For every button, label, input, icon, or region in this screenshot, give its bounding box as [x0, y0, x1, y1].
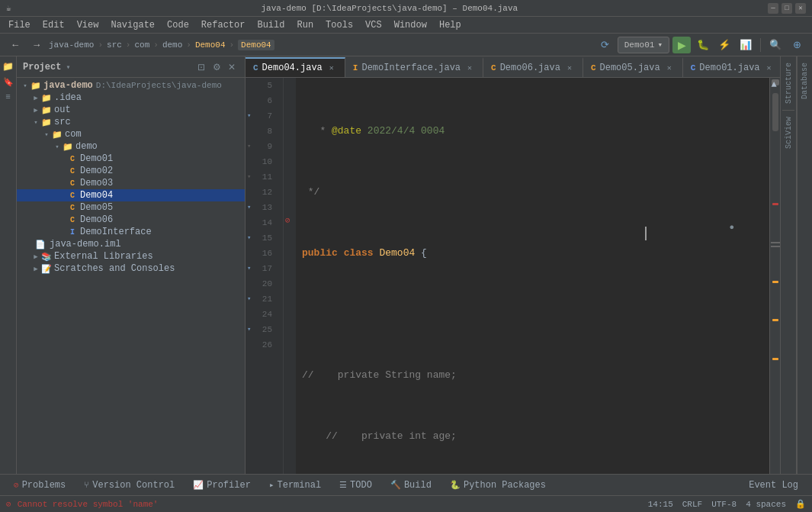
tree-item-demo02[interactable]: C Demo02 [17, 165, 245, 177]
build-tab[interactable]: 🔨 Build [383, 478, 439, 493]
scratch-label: Scratches and Consoles [54, 263, 175, 274]
menu-navigate[interactable]: Navigate [105, 18, 160, 32]
vc-icon: ⑂ [84, 481, 89, 490]
maximize-button[interactable]: □ [782, 3, 792, 14]
fold-25[interactable]: ▾ [247, 322, 251, 337]
fold-15[interactable]: ▾ [247, 230, 251, 246]
profiler-tab[interactable]: 📈 Profiler [185, 478, 258, 493]
menu-window[interactable]: Window [389, 18, 432, 32]
tree-item-idea[interactable]: ▶ 📁 .idea [17, 92, 245, 104]
run-config-selector[interactable]: Demo01 ▾ [618, 37, 669, 53]
demo06-icon: C [70, 216, 75, 224]
sync-button[interactable]: ⟳ [596, 37, 615, 53]
tree-item-demo04[interactable]: C Demo04 [17, 189, 245, 201]
bc-demo04-pkg[interactable]: Demo04 [195, 40, 226, 50]
structure-panel-label[interactable]: Structure [782, 56, 796, 110]
tab-demo04-close[interactable]: ✕ [326, 63, 337, 73]
tree-item-demointerface[interactable]: I DemoInterface [17, 226, 245, 238]
toolbar-back-button[interactable]: ← [6, 37, 24, 53]
tree-item-root[interactable]: ▾ 📁 java-demo D:\IdeaProjects\java-demo [17, 79, 245, 92]
project-icon[interactable]: 📁 [2, 60, 15, 73]
tree-item-com[interactable]: ▾ 📁 com [17, 128, 245, 140]
fold-7[interactable]: ▾ [247, 108, 251, 124]
profile-button[interactable]: 📊 [737, 37, 755, 53]
tab-demo06-close[interactable]: ✕ [564, 63, 575, 73]
panel-close-btn[interactable]: ✕ [225, 60, 239, 74]
bc-com[interactable]: com [134, 40, 149, 50]
scroll-up-arrow[interactable]: ▲ [772, 79, 779, 85]
iml-label: java-demo.iml [50, 239, 121, 250]
status-line-col[interactable]: 14:15 [648, 500, 673, 509]
tree-item-scratches[interactable]: ▶ 📝 Scratches and Consoles [17, 262, 245, 275]
minimize-button[interactable]: ─ [768, 3, 778, 14]
bookmarks-icon[interactable]: 🔖 [2, 75, 15, 89]
run-button[interactable]: ▶ [672, 37, 691, 53]
fold-11[interactable]: ▾ [247, 169, 251, 185]
tree-item-demo06[interactable]: C Demo06 [17, 214, 245, 226]
todo-tab[interactable]: ☰ TODO [332, 478, 380, 493]
tab-demo05[interactable]: C Demo05.java ✕ [583, 57, 683, 77]
tree-item-ext-libs[interactable]: ▶ 📚 External Libraries [17, 250, 245, 262]
tab-demo01[interactable]: C Demo01.java ✕ [683, 57, 780, 77]
bc-demo[interactable]: demo [162, 40, 182, 50]
toolbar-forward-button[interactable]: → [27, 37, 46, 53]
tab-demo04[interactable]: C Demo04.java ✕ [246, 57, 345, 77]
menu-view[interactable]: View [72, 18, 104, 32]
tab-demo01-close[interactable]: ✕ [764, 63, 775, 73]
database-panel-label[interactable]: Database [798, 56, 812, 105]
tree-item-src[interactable]: ▾ 📁 src [17, 116, 245, 128]
settings-button[interactable]: ⊕ [788, 37, 806, 53]
event-log-tab[interactable]: Event Log [741, 478, 806, 493]
bc-src[interactable]: src [107, 40, 122, 50]
terminal-tab[interactable]: ▸ Terminal [262, 478, 329, 493]
profiler-label: Profiler [207, 480, 251, 491]
title-bar: ☕ java-demo [D:\IdeaProjects\java-demo] … [0, 0, 812, 17]
menu-file[interactable]: File [3, 18, 36, 32]
fold-17[interactable]: ▾ [247, 261, 251, 276]
tab-demo06[interactable]: C Demo06.java ✕ [483, 57, 583, 77]
tree-item-iml[interactable]: 📄 java-demo.iml [17, 238, 245, 250]
menu-refactor[interactable]: Refactor [196, 18, 251, 32]
menu-edit[interactable]: Edit [37, 18, 70, 32]
tree-item-demo01[interactable]: C Demo01 [17, 153, 245, 165]
tab-iface-close[interactable]: ✕ [464, 63, 475, 73]
status-indent[interactable]: 4 spaces [746, 500, 786, 509]
bc-project[interactable]: java-demo [49, 40, 94, 50]
fold-13[interactable]: ▾ [247, 200, 251, 215]
demo01-label: Demo01 [80, 153, 113, 164]
panel-settings-btn[interactable]: ⚙ [210, 60, 223, 74]
panel-collapse-btn[interactable]: ⊡ [194, 60, 208, 74]
tab-demointerface[interactable]: I DemoInterface.java ✕ [345, 57, 483, 77]
structure-strip-icon[interactable]: ≡ [2, 90, 15, 104]
menu-tools[interactable]: Tools [320, 18, 358, 32]
code-editor[interactable]: * @date 2022/4/4 0004 */ public class De… [296, 78, 769, 474]
tree-item-demo03[interactable]: C Demo03 [17, 177, 245, 189]
tab-demo05-close[interactable]: ✕ [664, 63, 675, 73]
menu-help[interactable]: Help [434, 18, 467, 32]
menu-vcs[interactable]: VCS [360, 18, 387, 32]
version-control-tab[interactable]: ⑂ Version Control [76, 478, 182, 493]
tree-item-demo[interactable]: ▾ 📁 demo [17, 140, 245, 153]
scroll-track [770, 87, 780, 474]
close-button[interactable]: ✕ [795, 3, 806, 14]
status-encoding[interactable]: UTF-8 [711, 500, 737, 509]
menu-code[interactable]: Code [162, 18, 194, 32]
search-button[interactable]: 🔍 [766, 37, 785, 53]
bc-demo04-cls[interactable]: Demo04 [238, 40, 274, 50]
tree-item-demo05[interactable]: C Demo05 [17, 201, 245, 214]
menu-build[interactable]: Build [252, 18, 290, 32]
fold-9[interactable]: ▾ [247, 139, 251, 154]
problems-tab[interactable]: ⊘ Problems [6, 478, 73, 493]
tree-item-out[interactable]: ▶ 📁 out [17, 104, 245, 116]
menu-run[interactable]: Run [291, 18, 319, 32]
scroll-thumb[interactable] [772, 93, 778, 131]
sciview-panel-label[interactable]: SciView [782, 111, 796, 155]
status-line-sep[interactable]: CRLF [682, 500, 702, 509]
panel-dropdown-arrow[interactable]: ▾ [66, 63, 70, 72]
src-label: src [54, 117, 71, 127]
debug-button[interactable]: 🐛 [694, 37, 712, 53]
fold-21[interactable]: ▾ [247, 291, 251, 307]
coverage-button[interactable]: ⚡ [715, 37, 733, 53]
python-tab[interactable]: 🐍 Python Packages [442, 478, 554, 493]
editor-scrollbar[interactable]: ▲ [769, 78, 780, 474]
